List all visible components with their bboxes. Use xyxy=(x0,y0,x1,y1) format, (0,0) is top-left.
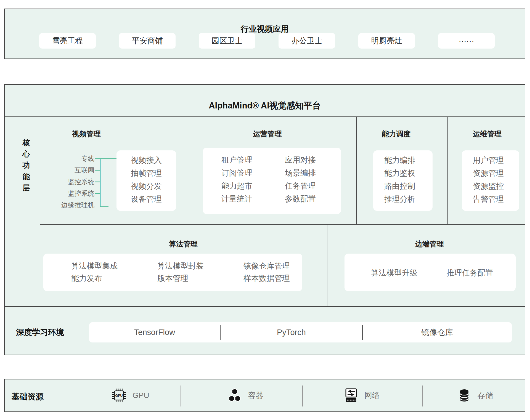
capability-sched-box: 能力编排 能力鉴权 路由控制 推理分析 xyxy=(373,150,433,211)
infra-item-gpu: GPU GPU xyxy=(111,387,149,404)
capability-sched-title: 能力调度 xyxy=(382,129,410,139)
operation-item: 任务管理 xyxy=(285,179,316,192)
infra-item-label: 容器 xyxy=(248,390,263,401)
algorithm-item: 版本管理 xyxy=(157,272,204,285)
dl-framework: TensorFlow xyxy=(89,322,220,342)
industry-apps-panel: 行业视频应用 雪亮工程 平安商铺 园区卫士 办公卫士 明厨亮灶 ······ xyxy=(4,9,525,59)
deep-learning-bar: TensorFlow PyTorch 镜像仓库 xyxy=(89,322,512,342)
infra-panel: 基础资源 GPU GPU xyxy=(4,379,525,412)
app-chip: 明厨亮灶 xyxy=(358,33,415,49)
architecture-diagram: 行业视频应用 雪亮工程 平安商铺 园区卫士 办公卫士 明厨亮灶 ······ A… xyxy=(0,0,530,420)
deep-learning-label: 深度学习环境 xyxy=(16,327,64,338)
operation-col-2: 应用对接 场景编排 任务管理 参数配置 xyxy=(285,153,316,205)
operation-mgmt-title: 运营管理 xyxy=(253,129,282,139)
edge-item: 推理任务配置 xyxy=(447,268,493,278)
infra-item-storage: 存储 xyxy=(457,387,493,404)
operation-item: 场景编排 xyxy=(285,166,316,179)
video-mgmt-item: 视频分发 xyxy=(116,180,176,193)
algorithm-item: 算法模型封装 xyxy=(157,260,204,272)
video-mgmt-item: 抽帧管理 xyxy=(116,167,176,180)
edge-mgmt-box: 算法模型升级 推理任务配置 xyxy=(344,254,516,291)
capability-sched-list: 能力编排 能力鉴权 路由控制 推理分析 xyxy=(384,154,415,206)
algorithm-col-3: 镜像仓库管理 样本数据管理 xyxy=(243,260,290,285)
infra-divider xyxy=(181,386,181,406)
app-chip: 园区卫士 xyxy=(199,33,255,49)
divider-row2-dl xyxy=(5,306,525,307)
algorithm-mgmt-box: 算法模型集成 能力发布 算法模型封装 版本管理 镜像仓库管理 样本数据管理 xyxy=(43,254,302,291)
dl-framework: PyTorch xyxy=(221,322,362,342)
gpu-icon: GPU xyxy=(111,387,127,403)
divider-algorithm-edge xyxy=(327,224,327,306)
platform-panel: AlphaMind® AI视觉感知平台 核心功能层 视频管理 运营管理 能力调度… xyxy=(4,84,525,355)
app-chip: ······ xyxy=(438,33,495,49)
maintenance-mgmt-title: 运维管理 xyxy=(473,129,502,139)
algorithm-col-1: 算法模型集成 能力发布 xyxy=(71,260,118,285)
infra-label: 基础资源 xyxy=(12,391,44,402)
app-chip: 平安商铺 xyxy=(119,33,176,49)
infra-divider xyxy=(422,386,423,406)
maintenance-item: 告警管理 xyxy=(473,193,504,206)
divider-scheduling-maintenance xyxy=(447,116,448,224)
edge-item: 算法模型升级 xyxy=(371,268,417,278)
infra-item-label: 存储 xyxy=(478,390,493,401)
video-mgmt-box: 视频接入 抽帧管理 视频分发 设备管理 xyxy=(116,150,176,211)
network-icon xyxy=(343,388,359,403)
infra-item-network: 网络 xyxy=(343,387,380,404)
app-chip: 雪亮工程 xyxy=(39,33,96,49)
operation-item: 参数配置 xyxy=(285,192,316,205)
video-mgmt-item: 设备管理 xyxy=(116,193,176,206)
capability-sched-item: 能力编排 xyxy=(384,154,415,167)
storage-icon xyxy=(457,388,472,403)
operation-item: 租户管理 xyxy=(221,153,252,166)
capability-sched-item: 能力鉴权 xyxy=(384,167,415,180)
maintenance-mgmt-box: 用户管理 资源管理 资源监控 告警管理 xyxy=(462,150,519,211)
divider-operation-scheduling xyxy=(356,116,357,224)
operation-col-1: 租户管理 订阅管理 能力超市 计量统计 xyxy=(221,153,252,205)
operation-mgmt-box: 租户管理 订阅管理 能力超市 计量统计 应用对接 场景编排 任务管理 参数配置 xyxy=(203,148,341,214)
infra-item-container: 容器 xyxy=(227,387,263,404)
operation-item: 应用对接 xyxy=(285,153,316,166)
edge-mgmt-title: 边端管理 xyxy=(415,239,444,249)
algorithm-item: 算法模型集成 xyxy=(71,260,118,272)
capability-sched-item: 推理分析 xyxy=(384,193,415,206)
infra-item-label: GPU xyxy=(132,391,149,400)
infra-divider xyxy=(302,386,303,406)
capability-sched-item: 路由控制 xyxy=(384,180,415,193)
svg-text:GPU: GPU xyxy=(115,394,123,398)
container-icon xyxy=(227,388,242,403)
infra-item-label: 网络 xyxy=(364,390,380,401)
maintenance-list: 用户管理 资源管理 资源监控 告警管理 xyxy=(473,154,504,206)
divider-row1-row2 xyxy=(40,224,525,225)
app-chip: 办公卫士 xyxy=(279,33,335,49)
algorithm-item: 样本数据管理 xyxy=(243,272,290,285)
operation-item: 订阅管理 xyxy=(221,166,252,179)
dl-framework: 镜像仓库 xyxy=(363,322,512,342)
maintenance-item: 用户管理 xyxy=(473,154,504,167)
algorithm-mgmt-title: 算法管理 xyxy=(169,239,198,249)
operation-item: 能力超市 xyxy=(221,179,252,192)
algorithm-item: 能力发布 xyxy=(71,272,118,285)
video-mgmt-item: 视频接入 xyxy=(116,154,176,167)
divider-video-operation xyxy=(185,116,185,224)
algorithm-item: 镜像仓库管理 xyxy=(243,260,290,272)
algorithm-col-2: 算法模型封装 版本管理 xyxy=(157,260,204,285)
maintenance-item: 资源管理 xyxy=(473,167,504,180)
maintenance-item: 资源监控 xyxy=(473,180,504,193)
video-source-connector-lines xyxy=(5,85,132,212)
operation-item: 计量统计 xyxy=(221,192,252,205)
